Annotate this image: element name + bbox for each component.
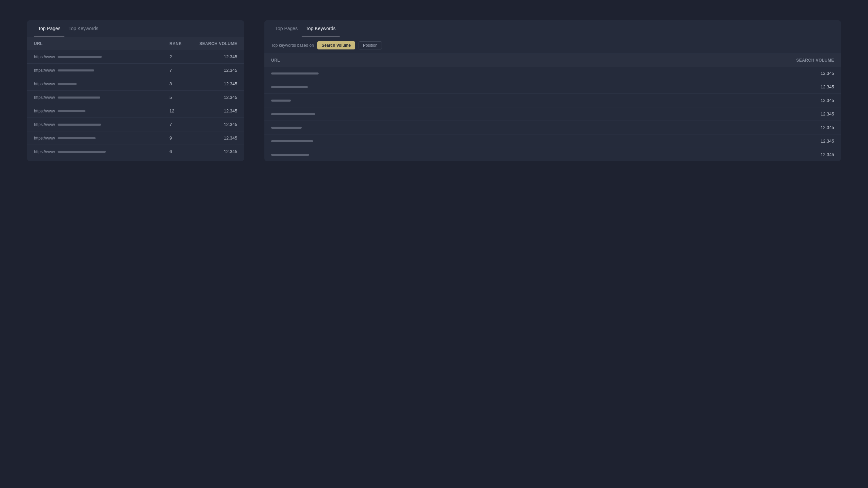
right-table-row: 12.345: [264, 134, 841, 148]
url-cell-right-6: [271, 152, 780, 157]
col-volume-left: Search Volume: [197, 41, 237, 46]
right-table-row: 12.345: [264, 80, 841, 94]
volume-cell-right-0: 12.345: [780, 71, 834, 76]
rank-cell-5: 7: [169, 122, 197, 127]
url-bar-left-6: [58, 137, 96, 139]
rank-cell-0: 2: [169, 54, 197, 59]
url-cell-right-2: [271, 98, 780, 103]
left-table-row: https://www 12 12.345: [27, 104, 244, 118]
volume-cell-left-6: 12.345: [197, 135, 237, 141]
left-panel: Top Pages Top Keywords URL Rank Search V…: [27, 20, 244, 161]
volume-cell-left-1: 12.345: [197, 68, 237, 73]
right-table-body: 12.345 12.345 12.345 12.345 12.345 12.34…: [264, 67, 841, 161]
volume-cell-right-6: 12.345: [780, 152, 834, 157]
url-text-left-7: https://www: [34, 149, 55, 154]
url-text-left-5: https://www: [34, 122, 55, 127]
url-cell-left-7: https://www: [34, 149, 169, 154]
col-url-left: URL: [34, 41, 169, 46]
url-cell-right-5: [271, 139, 780, 144]
right-table-row: 12.345: [264, 94, 841, 107]
filter-label: Top keywords based on: [271, 43, 314, 48]
volume-cell-right-3: 12.345: [780, 111, 834, 116]
url-bar-left-1: [58, 69, 94, 71]
filter-search-volume[interactable]: Search Volume: [317, 41, 355, 49]
url-text-left-0: https://www: [34, 55, 55, 59]
url-cell-left-1: https://www: [34, 68, 169, 73]
volume-cell-right-4: 12.345: [780, 125, 834, 130]
url-bar-left-5: [58, 124, 101, 126]
url-cell-left-3: https://www: [34, 95, 169, 100]
url-bar-left-4: [58, 110, 85, 112]
left-table-row: https://www 7 12.345: [27, 64, 244, 77]
url-text-left-1: https://www: [34, 68, 55, 73]
left-table-body: https://www 2 12.345 https://www 7 12.34…: [27, 50, 244, 158]
rank-cell-6: 9: [169, 135, 197, 141]
tab-top-pages-left[interactable]: Top Pages: [34, 20, 64, 37]
url-cell-right-0: [271, 71, 780, 76]
right-table-row: 12.345: [264, 121, 841, 134]
url-bar-right-1: [271, 86, 308, 88]
page-wrapper: Top Pages Top Keywords URL Rank Search V…: [27, 20, 841, 161]
filter-bar: Top keywords based on Search Volume Posi…: [264, 37, 841, 54]
url-text-left-4: https://www: [34, 109, 55, 113]
url-bar-right-5: [271, 140, 313, 142]
url-cell-left-4: https://www: [34, 109, 169, 113]
url-bar-left-2: [58, 83, 77, 85]
url-cell-right-4: [271, 125, 780, 130]
url-text-left-2: https://www: [34, 82, 55, 86]
volume-cell-right-1: 12.345: [780, 84, 834, 89]
col-url-right: URL: [271, 58, 780, 63]
right-table: URL Search Volume 12.345 12.345 12.345 1…: [264, 54, 841, 161]
url-text-left-3: https://www: [34, 95, 55, 100]
rank-cell-4: 12: [169, 108, 197, 113]
url-bar-right-0: [271, 72, 319, 75]
url-bar-right-3: [271, 113, 315, 115]
volume-cell-left-5: 12.345: [197, 122, 237, 127]
url-cell-left-5: https://www: [34, 122, 169, 127]
tab-top-keywords-left[interactable]: Top Keywords: [64, 20, 102, 37]
tab-top-pages-right[interactable]: Top Pages: [271, 20, 302, 37]
right-table-row: 12.345: [264, 107, 841, 121]
volume-cell-right-5: 12.345: [780, 139, 834, 144]
url-bar-right-4: [271, 127, 302, 129]
right-table-header: URL Search Volume: [264, 54, 841, 67]
rank-cell-2: 8: [169, 81, 197, 86]
left-table-row: https://www 6 12.345: [27, 145, 244, 158]
url-cell-left-0: https://www: [34, 55, 169, 59]
url-cell-right-3: [271, 112, 780, 116]
filter-position[interactable]: Position: [359, 41, 382, 49]
url-cell-left-6: https://www: [34, 136, 169, 141]
left-table: URL Rank Search Volume https://www 2 12.…: [27, 37, 244, 158]
left-table-row: https://www 8 12.345: [27, 77, 244, 91]
right-panel: Top Pages Top Keywords Top keywords base…: [264, 20, 841, 161]
url-text-left-6: https://www: [34, 136, 55, 141]
url-bar-left-3: [58, 97, 100, 99]
rank-cell-1: 7: [169, 68, 197, 73]
left-table-row: https://www 9 12.345: [27, 131, 244, 145]
volume-cell-left-7: 12.345: [197, 149, 237, 154]
url-cell-left-2: https://www: [34, 82, 169, 86]
url-bar-right-6: [271, 154, 309, 156]
right-tabs: Top Pages Top Keywords: [264, 20, 841, 37]
left-tabs: Top Pages Top Keywords: [27, 20, 244, 37]
url-cell-right-1: [271, 85, 780, 89]
volume-cell-left-3: 12.345: [197, 95, 237, 100]
volume-cell-left-0: 12.345: [197, 54, 237, 59]
volume-cell-left-2: 12.345: [197, 81, 237, 86]
left-table-header: URL Rank Search Volume: [27, 37, 244, 50]
left-table-row: https://www 7 12.345: [27, 118, 244, 131]
right-table-row: 12.345: [264, 148, 841, 161]
right-table-row: 12.345: [264, 67, 841, 80]
left-table-row: https://www 2 12.345: [27, 50, 244, 64]
url-bar-right-2: [271, 100, 291, 102]
col-volume-right: Search Volume: [780, 58, 834, 63]
col-rank: Rank: [169, 41, 197, 46]
url-bar-left-7: [58, 151, 106, 153]
url-bar-left-0: [58, 56, 102, 58]
left-table-row: https://www 5 12.345: [27, 91, 244, 104]
rank-cell-7: 6: [169, 149, 197, 154]
volume-cell-left-4: 12.345: [197, 108, 237, 113]
tab-top-keywords-right[interactable]: Top Keywords: [302, 20, 340, 37]
volume-cell-right-2: 12.345: [780, 98, 834, 103]
rank-cell-3: 5: [169, 95, 197, 100]
